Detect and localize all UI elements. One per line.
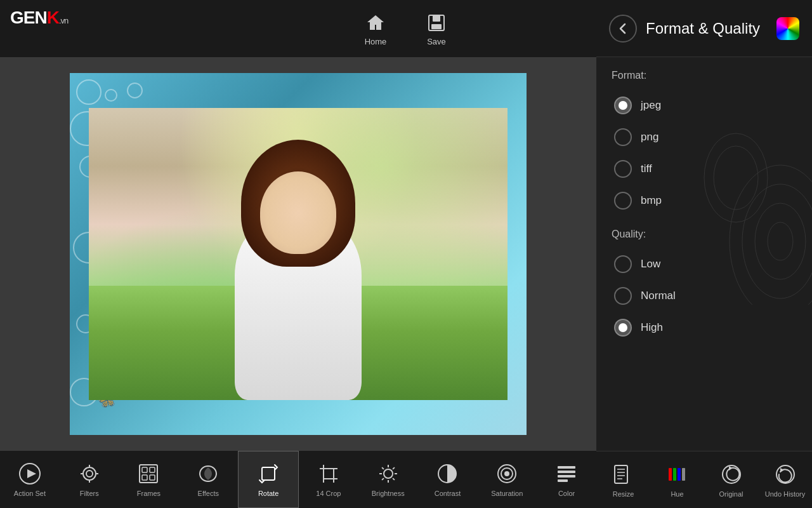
save-label: Save: [427, 37, 446, 46]
svg-point-40: [504, 471, 509, 476]
quality-low[interactable]: Low: [612, 249, 797, 279]
panel-title: Format & Quality: [646, 20, 768, 37]
svg-rect-44: [558, 479, 568, 482]
quality-low-radio[interactable]: [614, 255, 632, 273]
deco-circle-8: [127, 83, 143, 98]
right-panel: Format & Quality Format: jpeg: [596, 0, 812, 508]
photo-frame: 🦋: [70, 73, 527, 435]
format-bmp-radio[interactable]: [614, 192, 632, 210]
tool-undo-history[interactable]: Undo History: [758, 451, 812, 508]
save-button[interactable]: Save: [425, 11, 448, 46]
svg-rect-52: [678, 468, 681, 481]
tool-resize[interactable]: Resize: [596, 451, 650, 508]
quality-low-label: Low: [641, 258, 660, 271]
svg-line-33: [382, 467, 384, 469]
tool-frames[interactable]: Frames: [119, 451, 179, 508]
svg-rect-22: [262, 467, 275, 480]
contrast-label: Contrast: [435, 490, 461, 497]
svg-rect-41: [558, 466, 575, 469]
home-label: Home: [365, 37, 387, 46]
svg-rect-1: [433, 15, 440, 22]
resize-label: Resize: [613, 490, 634, 498]
format-label: Format:: [612, 70, 797, 81]
tool-saturation[interactable]: Saturation: [477, 451, 537, 508]
svg-marker-57: [780, 468, 784, 472]
format-jpeg-radio[interactable]: [614, 97, 632, 114]
undo-history-icon: [773, 462, 797, 486]
deco-circle-1: [76, 79, 102, 105]
svg-line-36: [382, 478, 384, 480]
rotate-label: Rotate: [258, 490, 278, 497]
original-icon: [719, 462, 743, 486]
tool-filters[interactable]: Filters: [60, 451, 119, 508]
tool-action-set[interactable]: Action Set: [0, 451, 60, 508]
format-png[interactable]: png: [612, 122, 797, 152]
home-icon: [364, 11, 387, 34]
quality-high-dot: [619, 323, 627, 332]
brightness-icon: [376, 462, 400, 486]
frames-icon: [136, 462, 160, 486]
svg-point-28: [384, 469, 393, 478]
svg-rect-50: [669, 468, 672, 481]
bottom-toolbar: Action Set Filters Frames: [0, 451, 596, 508]
tool-contrast[interactable]: Contrast: [418, 451, 478, 508]
contrast-icon: [435, 462, 459, 486]
color-label: Color: [558, 490, 575, 497]
photo-inner: [89, 108, 508, 400]
filters-label: Filters: [80, 490, 99, 497]
hue-icon: [665, 462, 690, 486]
svg-rect-51: [673, 468, 676, 481]
format-png-radio[interactable]: [614, 128, 632, 146]
back-button[interactable]: [609, 15, 637, 43]
tool-hue[interactable]: Hue: [650, 451, 704, 508]
filters-icon: [77, 462, 102, 486]
tool-effects[interactable]: Effects: [178, 451, 238, 508]
svg-point-12: [86, 471, 93, 477]
logo-gen: GEN: [10, 8, 47, 27]
app-icon: [776, 17, 799, 40]
deco-circle-2: [105, 89, 117, 102]
logo-k: K: [47, 8, 59, 27]
home-button[interactable]: Home: [364, 11, 387, 46]
original-label: Original: [719, 490, 743, 498]
logo-vn: .vn: [59, 16, 68, 25]
effects-label: Effects: [198, 490, 219, 497]
panel-content: Format: jpeg png tiff bmp: [596, 57, 812, 368]
svg-rect-45: [615, 465, 627, 483]
svg-rect-2: [431, 24, 442, 29]
tool-brightness[interactable]: Brightness: [358, 451, 418, 508]
saturation-icon: [495, 462, 519, 486]
format-jpeg-label: jpeg: [641, 99, 661, 112]
tool-crop[interactable]: 14 Crop: [299, 451, 358, 508]
svg-rect-42: [558, 471, 575, 473]
effects-icon: [196, 462, 220, 486]
quality-label: Quality:: [612, 229, 797, 240]
format-jpeg-dot: [619, 101, 627, 110]
quality-high[interactable]: High: [612, 312, 797, 343]
brightness-label: Brightness: [372, 490, 405, 497]
svg-point-11: [83, 467, 96, 480]
svg-rect-23: [324, 469, 334, 479]
svg-marker-55: [729, 466, 733, 471]
person-face: [260, 171, 336, 254]
svg-line-35: [393, 467, 395, 469]
tool-color[interactable]: Color: [537, 451, 596, 508]
svg-rect-18: [142, 467, 147, 472]
format-radio-group: jpeg png tiff bmp: [612, 90, 797, 216]
action-set-label: Action Set: [14, 490, 46, 497]
quality-high-radio[interactable]: [614, 319, 632, 337]
format-bmp[interactable]: bmp: [612, 185, 797, 216]
tool-rotate[interactable]: Rotate: [238, 451, 299, 508]
quality-normal[interactable]: Normal: [612, 281, 797, 311]
quality-radio-group: Low Normal High: [612, 249, 797, 343]
format-jpeg[interactable]: jpeg: [612, 90, 797, 121]
svg-rect-53: [682, 468, 685, 481]
logo: GENK.vn: [10, 8, 68, 28]
format-tiff-radio[interactable]: [614, 160, 632, 178]
tool-original[interactable]: Original: [704, 451, 758, 508]
format-tiff[interactable]: tiff: [612, 154, 797, 184]
quality-normal-radio[interactable]: [614, 287, 632, 305]
frames-label: Frames: [137, 490, 160, 497]
right-bottom-toolbar: Resize Hue Original: [596, 451, 812, 508]
svg-marker-10: [27, 469, 36, 478]
